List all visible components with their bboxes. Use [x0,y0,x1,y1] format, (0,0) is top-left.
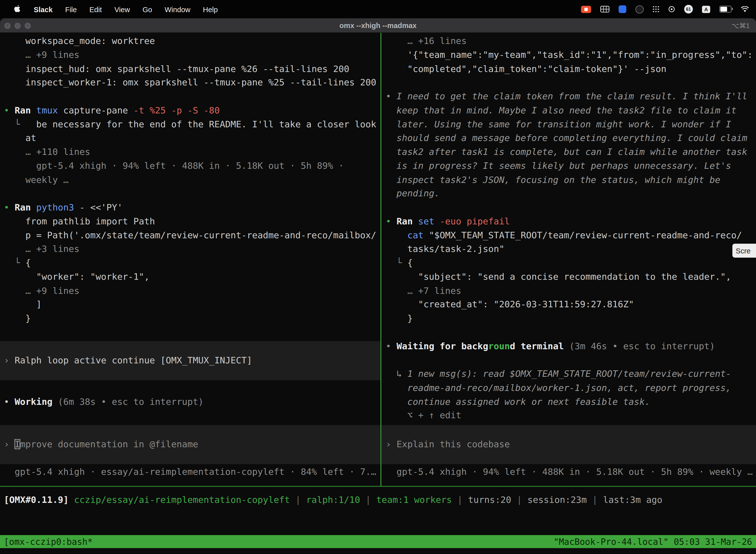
terminal-line [4,187,380,201]
screen-recording-icon[interactable] [581,5,591,13]
model-status-right: gpt-5.4 xhigh · 94% left · 488K in · 5.1… [386,465,756,479]
small-app-icon[interactable] [668,6,675,12]
window-shortcut-hint: ⌥⌘1 [732,21,750,29]
terminal-line: ⌥ + ↑ edit [386,409,756,423]
terminal-line: gpt-5.4 xhigh · essay/ai-reimplementatio… [4,465,380,479]
terminal-line: at [4,131,380,145]
hud-status-line: [OMX#0.11.9] cczip/essay/ai-reimplementa… [4,493,756,507]
terminal-line [386,326,756,340]
dark-circle-app-icon[interactable] [635,5,644,13]
terminal-line: … +16 lines [386,34,756,48]
menu-bar-left: Slack File Edit View Go Window Help [0,4,224,14]
terminal-line [386,201,756,215]
terminal-line: › Ralph loop active continue [OMX_TMUX_I… [4,354,252,368]
terminal-line: ] [4,298,380,312]
terminal-line [4,90,380,104]
screen: Slack File Edit View Go Window Help [0,0,756,554]
terminal-line: ↳ 1 new msg(s): read $OMX_TEAM_STATE_ROO… [386,367,756,381]
terminal-line: … +9 lines [4,48,380,62]
terminal-line: … +9 lines [4,284,380,298]
terminal-line: p = Path('.omx/state/team/review-current… [4,228,380,242]
menu-window[interactable]: Window [159,5,197,13]
close-icon: × [6,22,9,29]
grid-icon[interactable] [601,6,610,12]
hud-status-text: [OMX#0.11.9] cczip/essay/ai-reimplementa… [4,493,756,507]
terminal-line: later. Using the same for transition mig… [386,117,756,131]
menu-go[interactable]: Go [136,5,158,13]
window-titlebar[interactable]: × − + omx --xhigh --madmax ⌥⌘1 [0,18,756,33]
terminal-line: … +3 lines [4,242,380,256]
terminal-line: • I need to get the claim token from the… [386,90,756,104]
window-title: omx --xhigh --madmax [339,21,417,30]
menu-bar: Slack File Edit View Go Window Help [0,0,756,18]
terminal-line: inspect task2's JSON, focusing on the st… [386,173,756,187]
terminal[interactable]: workspace_mode: worktree … +9 lines insp… [0,33,756,554]
menu-edit[interactable]: Edit [83,5,108,13]
pane-right-output: … +16 lines '{"team_name":"my-team","tas… [386,34,756,423]
terminal-line: } [4,312,380,326]
terminal-line: task2 after task1 is complete, but can I… [386,145,756,159]
terminal-line: • Working (6m 38s • esc to interrupt) [4,395,380,409]
terminal-line: … +7 lines [386,284,756,298]
terminal-line: '{"team_name":"my-team","task_id":"1","f… [386,48,756,62]
hud-divider [0,486,756,487]
terminal-line: weekly … [4,173,380,187]
terminal-line: └ be necessary for the end of the README… [4,117,380,131]
terminal-line: cat "$OMX_TEAM_STATE_ROOT/team/review-cu… [386,228,756,242]
pane-left[interactable]: workspace_mode: worktree … +9 lines insp… [0,33,380,486]
working-status: • Working (6m 38s • esc to interrupt) [4,395,380,409]
menu-bar-status-icons: 61 A [581,5,756,13]
dots-grid-icon[interactable] [653,6,659,12]
close-button[interactable]: × [4,22,10,29]
agent-banner-text: › Ralph loop active continue [OMX_TMUX_I… [4,354,252,368]
traffic-lights: × − + [4,18,31,33]
model-status-left: gpt-5.4 xhigh · essay/ai-reimplementatio… [4,465,380,479]
minimize-icon: − [16,22,19,29]
apple-menu-icon[interactable] [8,4,27,14]
blue-app-icon[interactable] [619,5,626,13]
terminal-line: gpt-5.4 xhigh · 94% left · 488K in · 5.1… [4,159,380,173]
menu-view[interactable]: View [108,5,136,13]
zoom-icon: + [26,22,29,29]
terminal-line: └ { [4,256,380,270]
zoom-button[interactable]: + [24,22,31,29]
input-source-icon[interactable]: A [702,5,710,13]
terminal-line: from pathlib import Path [4,215,380,229]
terminal-line: • Waiting for background terminal (3m 46… [386,340,756,353]
prompt-input-left-text: › Improve documentation in @filename [4,438,198,451]
terminal-line: keep that in mind. Maybe I also need the… [386,104,756,117]
menu-app-slack[interactable]: Slack [27,5,59,13]
pane-right[interactable]: … +16 lines '{"team_name":"my-team","tas… [381,33,756,486]
terminal-line [386,353,756,367]
terminal-line: should send a message before completing … [386,131,756,145]
wifi-icon[interactable] [741,6,749,12]
terminal-line: "worker": "worker-1", [4,270,380,284]
terminal-line: gpt-5.4 xhigh · 94% left · 488K in · 5.1… [386,465,756,479]
pane-left-output: workspace_mode: worktree … +9 lines insp… [4,34,380,326]
menu-help[interactable]: Help [197,5,224,13]
terminal-line: inspect_hud: omx sparkshell --tmux-pane … [4,62,380,76]
battery-gauge-icon[interactable]: 61 [684,5,693,13]
prompt-input-right[interactable]: › Explain this codebase [381,425,756,464]
apple-logo-icon [14,4,21,13]
tmux-status-bar: [omx-cczip0:bash* "MacBook-Pro-44.local"… [0,535,756,548]
minimize-button[interactable]: − [14,22,20,29]
agent-banner: › Ralph loop active continue [OMX_TMUX_I… [0,341,380,380]
terminal-line [386,76,756,90]
terminal-line: … +110 lines [4,145,380,159]
terminal-line: › Improve documentation in @filename [4,438,198,451]
prompt-input-left[interactable]: › Improve documentation in @filename [0,425,380,464]
screen-tooltip: Scre [733,244,756,258]
terminal-line: "completed","claim_token":"claim-token"}… [386,62,756,76]
terminal-line: workspace_mode: worktree [4,34,380,48]
tmux-session-label: [omx-cczip0:bash* [4,537,93,547]
terminal-line: inspect_worker-1: omx sparkshell --tmux-… [4,76,380,90]
menu-file[interactable]: File [59,5,83,13]
terminal-line: • Ran tmux capture-pane -t %25 -p -S -80 [4,104,380,117]
terminal-line: "subject": "send a concise recommendatio… [386,270,756,284]
terminal-line: is in progress? It seems likely but perh… [386,159,756,173]
battery-icon[interactable] [719,6,732,12]
terminal-line: } [386,312,756,326]
terminal-line: › Explain this codebase [386,438,510,451]
terminal-line: • Ran set -euo pipefail [386,215,756,229]
